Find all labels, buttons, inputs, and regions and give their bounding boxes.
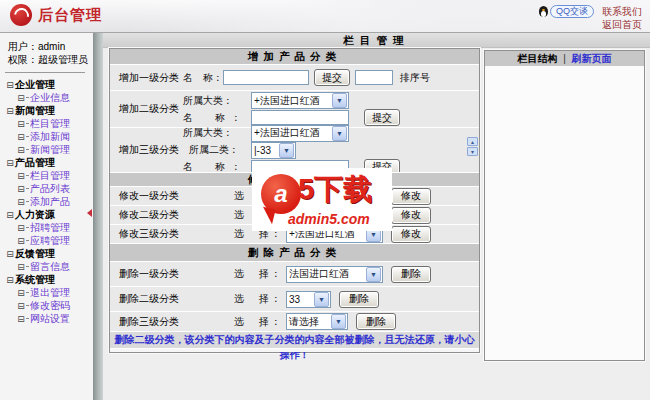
sidebar-menu: ⊟ 企业管理 ⊟ 企业信息 ⊟ 新闻管理 ⊟ 栏目管理 ⊟ 添加新闻 ⊟ 新闻管… <box>0 78 93 325</box>
qq-chat-button[interactable]: QQ交谈 <box>539 5 594 18</box>
role-label: 权限： <box>8 54 38 65</box>
modify-level3-button[interactable]: 修改 <box>391 226 431 243</box>
sidebar-item-add-product[interactable]: ⊟ 添加产品 <box>16 195 93 208</box>
top-banner: 后台管理 QQ交谈 联系我们 返回首页 <box>0 0 650 33</box>
collapse-icon: ⊟ <box>16 145 26 155</box>
add-level2-name-input[interactable] <box>251 110 349 125</box>
add-level3-second-select[interactable]: |-33 ▼ <box>251 142 296 159</box>
collapse-icon: ⊟ <box>16 93 26 103</box>
chevron-down-icon: ▼ <box>366 267 381 282</box>
select-label: 选 择： <box>234 315 281 329</box>
collapse-icon: ⊟ <box>16 184 26 194</box>
collapse-icon: ⊟ <box>5 106 15 116</box>
modify-level1-button[interactable]: 修改 <box>391 188 431 205</box>
tree-dash <box>26 240 29 241</box>
delete-level3-row: 删除三级分类 选 择： 请选择 ▼ 删除 <box>110 311 479 331</box>
content-area: 用户：admin 权限：超级管理员 ⊟ 企业管理 ⊟ 企业信息 ⊟ 新闻管理 ⊟… <box>0 33 650 400</box>
parent-category-label: 所属大类： <box>183 126 241 140</box>
user-info: 用户：admin 权限：超级管理员 <box>0 33 93 66</box>
a5-logo-icon: a <box>261 174 301 214</box>
sidebar-item-site-settings[interactable]: ⊟ 网站设置 <box>16 312 93 325</box>
add-level1-submit-button[interactable]: 提交 <box>314 69 350 86</box>
tree-dash <box>26 97 29 98</box>
sidebar-item-change-password[interactable]: ⊟ 修改密码 <box>16 299 93 312</box>
structure-panel: 栏目结构 | 刷新页面 <box>484 50 645 361</box>
delete-level3-select[interactable]: 请选择 ▼ <box>286 313 348 330</box>
sidebar-item-messages[interactable]: ⊟ 留言信息 <box>16 260 93 273</box>
splitter-collapse-arrow-icon[interactable] <box>87 209 92 217</box>
sidebar-item-product-list[interactable]: ⊟ 产品列表 <box>16 182 93 195</box>
modify-level2-button[interactable]: 修改 <box>391 207 431 224</box>
chevron-down-icon: ▼ <box>331 314 346 329</box>
select-label: 选 择： <box>234 267 281 281</box>
sidebar-item-applicant-manage[interactable]: ⊟ 应聘管理 <box>16 234 93 247</box>
delete-section-header: 删除产品分类 <box>110 243 479 261</box>
delete-level3-button[interactable]: 删除 <box>356 313 396 330</box>
panel-separator: | <box>563 53 566 64</box>
delete-level1-button[interactable]: 删除 <box>391 266 431 283</box>
chevron-down-icon: ▼ <box>279 143 294 158</box>
sidebar: 用户：admin 权限：超级管理员 ⊟ 企业管理 ⊟ 企业信息 ⊟ 新闻管理 ⊟… <box>0 33 93 400</box>
sidebar-group-hr[interactable]: ⊟ 人力资源 <box>5 208 93 221</box>
add-section-header: 增加产品分类 <box>110 49 479 64</box>
sidebar-splitter[interactable] <box>93 33 103 400</box>
refresh-page-link[interactable]: 刷新页面 <box>572 53 612 64</box>
spinner-up-icon[interactable]: ▴ <box>467 137 478 146</box>
delete-level2-button[interactable]: 删除 <box>339 291 379 308</box>
tree-dash <box>26 188 29 189</box>
add-level1-order-input[interactable] <box>355 70 393 85</box>
sidebar-item-product-columns[interactable]: ⊟ 栏目管理 <box>16 169 93 182</box>
sidebar-group-company[interactable]: ⊟ 企业管理 <box>5 78 93 91</box>
row-label: 增加三级分类 <box>110 143 183 157</box>
sidebar-item-news-manage[interactable]: ⊟ 新闻管理 <box>16 143 93 156</box>
sidebar-divider <box>5 72 85 73</box>
row-label: 增加一级分类 <box>110 71 183 85</box>
row-label: 增加二级分类 <box>110 102 183 116</box>
structure-panel-header: 栏目结构 | 刷新页面 <box>485 51 644 66</box>
add-level1-name-input[interactable] <box>223 70 309 85</box>
chevron-down-icon: ▼ <box>332 126 347 141</box>
tree-dash <box>26 149 29 150</box>
select-label: 选 择： <box>234 292 281 306</box>
second-category-label: 所属二类： <box>189 143 244 157</box>
collapse-icon: ⊟ <box>16 171 26 181</box>
app-logo: 后台管理 <box>10 4 102 26</box>
role-value: 超级管理员 <box>38 54 88 65</box>
sidebar-item-company-info[interactable]: ⊟ 企业信息 <box>16 91 93 104</box>
delete-level1-row: 删除一级分类 选 择： 法国进口红酒 ▼ 删除 <box>110 261 479 286</box>
collapse-icon: ⊟ <box>5 249 15 259</box>
delete-level1-select[interactable]: 法国进口红酒 ▼ <box>286 266 383 283</box>
sidebar-item-add-news[interactable]: ⊟ 添加新闻 <box>16 130 93 143</box>
tree-dash <box>26 175 29 176</box>
back-home-link[interactable]: 返回首页 <box>602 18 642 31</box>
sidebar-group-news[interactable]: ⊟ 新闻管理 <box>5 104 93 117</box>
delete-level2-select[interactable]: 33 ▼ <box>286 291 331 308</box>
contact-us-link[interactable]: 联系我们 <box>602 5 642 18</box>
row-label: 删除一级分类 <box>110 267 183 281</box>
form-filler <box>110 348 479 352</box>
sidebar-group-system[interactable]: ⊟ 系统管理 <box>5 273 93 286</box>
add-level2-parent-select[interactable]: +法国进口红酒 ▼ <box>251 92 349 109</box>
tree-dash <box>26 305 29 306</box>
watermark-big-text: 5下载 <box>298 170 372 210</box>
add-level2-row: 增加二级分类 所属大类： +法国进口红酒 ▼ 名 称： 提交 <box>110 90 479 127</box>
tree-dash <box>26 266 29 267</box>
qq-penguin-icon <box>539 6 548 17</box>
collapse-icon: ⊟ <box>16 119 26 129</box>
parent-category-label: 所属大类： <box>183 94 241 108</box>
watermark-site-text: admin5.com <box>288 211 370 227</box>
tree-dash <box>26 136 29 137</box>
sidebar-group-products[interactable]: ⊟ 产品管理 <box>5 156 93 169</box>
spinner-down-icon[interactable]: ▾ <box>467 147 478 156</box>
sidebar-item-recruit-manage[interactable]: ⊟ 招聘管理 <box>16 221 93 234</box>
sidebar-item-news-columns[interactable]: ⊟ 栏目管理 <box>16 117 93 130</box>
add-level3-parent-select[interactable]: +法国进口红酒 ▼ <box>251 125 349 142</box>
tree-dash <box>26 123 29 124</box>
collapse-icon: ⊟ <box>16 223 26 233</box>
qq-chat-label[interactable]: QQ交谈 <box>550 5 594 18</box>
sidebar-group-feedback[interactable]: ⊟ 反馈管理 <box>5 247 93 260</box>
main-area: 栏目管理 增加产品分类 增加一级分类 名 称： 提交 排序号 增加二级分类 所属… <box>103 33 650 400</box>
add-level2-submit-button[interactable]: 提交 <box>364 109 400 126</box>
sidebar-item-logout[interactable]: ⊟ 退出管理 <box>16 286 93 299</box>
name-label: 名 称： <box>183 111 241 125</box>
